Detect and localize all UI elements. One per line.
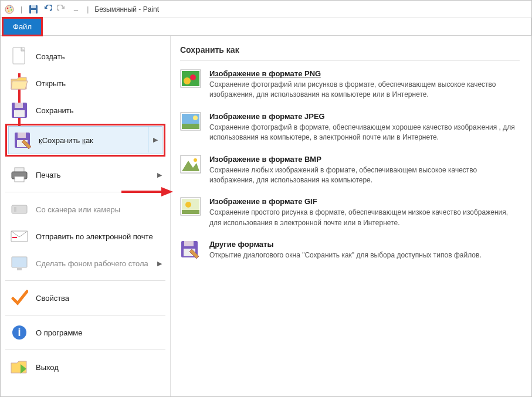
svg-point-31 — [190, 74, 196, 80]
jpeg-image-icon — [180, 112, 201, 133]
svg-point-4 — [8, 10, 10, 12]
chevron-right-icon: ▶ — [157, 260, 162, 267]
menu-item-label: кСохранить какСохранить как — [39, 136, 93, 145]
format-desc: Сохранение фотографий в формате, обеспеч… — [209, 123, 520, 143]
undo-qat-button[interactable] — [41, 3, 54, 16]
file-tab-label: Файл — [13, 22, 32, 31]
format-title: Изображение в формате PNG — [209, 69, 520, 78]
svg-point-35 — [193, 116, 198, 120]
open-folder-icon — [9, 73, 30, 94]
paint-app-icon[interactable] — [3, 3, 16, 16]
svg-rect-24 — [12, 257, 27, 267]
format-option-gif[interactable]: Изображение в формате GIF Сохранение про… — [180, 197, 520, 228]
svg-point-40 — [185, 202, 191, 208]
qat-customize-button[interactable]: ⚊ — [69, 3, 82, 16]
ribbon-tabs: Файл — [1, 18, 531, 36]
menu-item-print[interactable]: Печать ▶ — [5, 161, 165, 188]
menu-separator — [5, 350, 165, 350]
png-image-icon — [180, 69, 201, 90]
printer-icon — [9, 164, 30, 185]
scanner-icon — [9, 199, 30, 220]
save-qat-button[interactable] — [27, 3, 40, 16]
chevron-right-icon: ▶ — [157, 171, 162, 179]
format-option-png[interactable]: Изображение в формате PNG Сохранение фот… — [180, 69, 520, 100]
menu-item-label: Сделать фоном рабочего стола — [36, 259, 148, 268]
menu-item-properties[interactable]: Свойства — [5, 284, 165, 311]
window-title: Безымянный - Paint — [94, 5, 159, 13]
format-title: Изображение в формате GIF — [209, 197, 520, 206]
titlebar: | ⚊ | Безымянный - Paint — [1, 1, 531, 18]
menu-item-label: Свойства — [36, 294, 69, 303]
menu-item-about[interactable]: i О программе — [5, 319, 165, 346]
file-menu-list: Создать Открыть Сохранить кСохранить как… — [1, 36, 170, 396]
menu-item-email[interactable]: Отправить по электронной почте — [5, 223, 165, 250]
menu-separator — [5, 280, 165, 281]
svg-rect-7 — [31, 10, 36, 13]
saveas-submenu-panel: Сохранить как Изображение в формате PNG … — [170, 36, 531, 396]
format-desc: Сохранение фотографий или рисунков в фор… — [209, 80, 520, 100]
svg-rect-41 — [182, 210, 199, 214]
menu-item-label: О программе — [36, 328, 83, 337]
menu-item-wallpaper: Сделать фоном рабочего стола ▶ — [5, 250, 165, 277]
menu-item-label: Открыть — [36, 79, 66, 88]
format-desc: Сохранение простого рисунка в формате, о… — [209, 208, 520, 228]
qat-separator: | — [21, 5, 22, 13]
format-title: Изображение в формате BMP — [209, 155, 520, 164]
menu-item-label: Создать — [36, 52, 65, 61]
menu-item-exit[interactable]: Выход — [5, 354, 165, 381]
menu-item-save[interactable]: Сохранить — [5, 97, 165, 124]
svg-rect-34 — [182, 124, 199, 129]
info-icon: i — [9, 322, 30, 343]
menu-item-label: Печать — [36, 171, 61, 179]
svg-rect-23 — [12, 237, 17, 238]
svg-rect-11 — [15, 103, 23, 108]
svg-rect-25 — [17, 268, 22, 270]
format-option-other[interactable]: Другие форматы Открытие диалогового окна… — [180, 240, 520, 261]
menu-item-label: Отправить по электронной почте — [36, 232, 153, 241]
menu-item-saveas[interactable]: кСохранить какСохранить как ▶ — [8, 126, 162, 154]
svg-point-30 — [184, 77, 191, 84]
format-title: Изображение в формате JPEG — [209, 112, 520, 121]
menu-item-new[interactable]: Создать — [5, 43, 165, 70]
format-desc: Открытие диалогового окна "Сохранить как… — [209, 250, 482, 260]
saveas-submenu-button[interactable]: ▶ — [148, 127, 162, 152]
svg-text:i: i — [18, 327, 21, 338]
save-floppy-icon — [9, 100, 30, 121]
saveas-icon — [12, 130, 33, 151]
menu-item-scanner: Со сканера или камеры — [5, 196, 165, 223]
format-option-jpeg[interactable]: Изображение в формате JPEG Сохранение фо… — [180, 112, 520, 143]
panel-header: Сохранить как — [180, 45, 520, 61]
svg-rect-21 — [14, 207, 16, 212]
chevron-right-icon: ▶ — [153, 136, 158, 144]
format-option-bmp[interactable]: Изображение в формате BMP Сохранение люб… — [180, 155, 520, 186]
menu-item-open[interactable]: Открыть — [5, 70, 165, 97]
redo-qat-button[interactable] — [55, 3, 68, 16]
menu-item-label: Со сканера или камеры — [36, 205, 120, 214]
exit-folder-icon — [9, 357, 30, 378]
menu-separator — [5, 315, 165, 315]
format-title: Другие форматы — [209, 240, 482, 249]
format-desc: Сохранение любых изображений в формате, … — [209, 165, 520, 186]
file-tab[interactable]: Файл — [2, 17, 43, 36]
checkmark-icon — [9, 287, 30, 308]
svg-point-37 — [194, 158, 197, 162]
svg-rect-12 — [14, 110, 25, 117]
other-formats-icon — [180, 240, 201, 261]
svg-point-3 — [11, 9, 12, 11]
svg-point-0 — [5, 5, 13, 13]
menu-item-label: Выход — [36, 363, 59, 372]
svg-point-2 — [10, 6, 12, 8]
svg-rect-6 — [31, 5, 36, 8]
svg-rect-19 — [15, 177, 24, 182]
quick-access-toolbar: | ⚊ | — [3, 3, 92, 16]
qat-separator-2: | — [87, 5, 89, 13]
svg-rect-20 — [12, 205, 27, 213]
svg-point-1 — [7, 7, 9, 9]
annotation-saveas-highlight: кСохранить какСохранить как ▶ — [5, 124, 165, 157]
menu-item-label: Сохранить — [36, 106, 74, 115]
ribbon-empty — [43, 18, 531, 35]
bmp-image-icon — [180, 155, 201, 176]
envelope-icon — [9, 226, 30, 247]
file-menu-content: Создать Открыть Сохранить кСохранить как… — [1, 36, 531, 396]
svg-rect-43 — [184, 241, 194, 246]
